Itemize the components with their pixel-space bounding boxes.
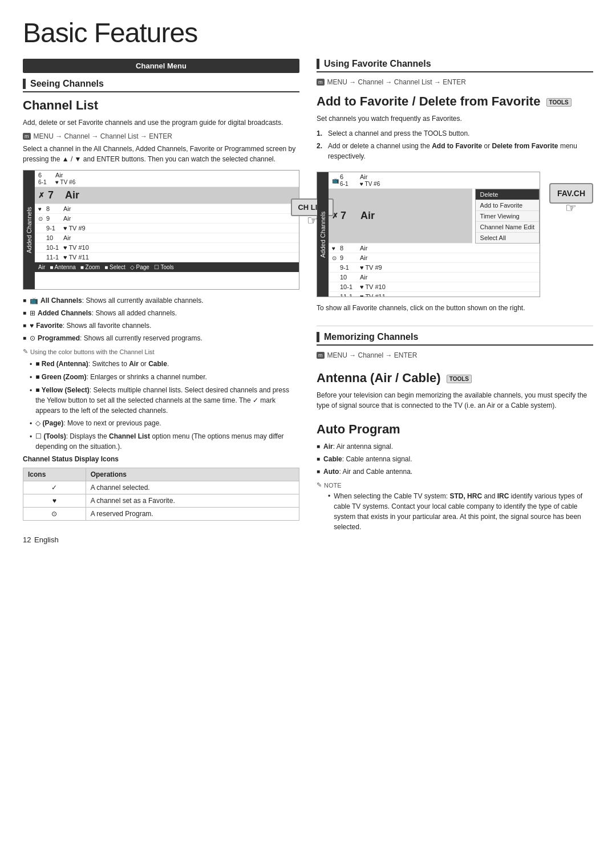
antenna-desc: Before your television can begin memoriz… [317,390,593,411]
context-menu-item-name-edit[interactable]: Channel Name Edit [476,222,539,233]
seeing-channels-heading: Seeing Channels [30,79,104,89]
favorite-icon: ♥ [30,320,34,331]
status-icon-reserved: ⊙ [23,508,86,521]
tools-badge: TOOLS [546,98,572,107]
channel-menu-banner: Channel Menu [23,59,299,73]
fav-sidebar: Added Channels [317,172,329,297]
fav-button-wrap: FAV.CH ☞ [549,166,593,216]
page-title: Basic Features [23,17,593,48]
status-operation-heart: A channel set as a Favorite. [86,494,299,508]
table-row: ♥ A channel set as a Favorite. [23,494,299,508]
left-column: Channel Menu Seeing Channels Channel Lis… [23,59,299,545]
menu-icon: m [317,79,325,86]
table-row: 10 Air [35,233,299,243]
color-note-label: Using the color buttons with the Channel… [23,348,299,355]
table-row: ♥ 8 Air [35,204,299,214]
list-item: ■ Red (Antenna): Switches to Air or Cabl… [30,359,299,370]
add-favorite-title: Add to Favorite / Delete from Favorite T… [317,94,593,109]
fav-screen-wrap: Added Channels 📺 66-1 Air♥ TV #6 ✗ [317,166,540,318]
list-item: ◇ (Page): Move to next or previous page. [30,418,299,429]
list-item: 1. Select a channel and press the TOOLS … [317,128,593,139]
table-row: 10-1 ♥ TV #10 [329,282,540,292]
list-item: Air: Air antenna signal. [317,441,593,452]
channel-list-menu-path: m MENU → Channel → Channel List → ENTER [23,132,299,140]
auto-program-bullets: Air: Air antenna signal. Cable: Cable an… [317,441,593,477]
screen-bottom-bar: Air ■ Antenna ■ Zoom ■ Select ◇ Page ☐ T… [35,262,299,272]
table-row: 9-1 ♥ TV #9 [329,263,540,273]
channel-list-title: Channel List [23,98,299,113]
auto-program-section: Auto Program Air: Air antenna signal. Ca… [317,422,593,532]
added-channels-icon: ⊞ [30,308,35,318]
divider [317,326,593,326]
using-fav-menu-path: m MENU → Channel → Channel List → ENTER [317,78,593,86]
status-icon-check: ✓ [23,481,86,494]
programmed-icon: ⊙ [30,333,35,343]
table-row: ⊙ 9 Air [35,214,299,224]
memorizing-header: Memorizing Channels [317,332,593,346]
channel-list-screen: Added Channels 66-1 Air♥ TV #6 ✗ 7 Air [23,170,299,290]
table-row: 66-1 Air♥ TV #6 [35,171,299,187]
fav-screen-area: Added Channels 📺 66-1 Air♥ TV #6 ✗ [317,166,593,318]
page-number: 12 English [23,532,299,545]
context-menu-item-add-favorite[interactable]: Add to Favorite [476,200,539,211]
favorite-screen: Added Channels 📺 66-1 Air♥ TV #6 ✗ [317,172,540,297]
table-row: ✗ 7 Air [329,189,472,244]
table-row: ⊙ A reserved Program. [23,508,299,521]
fav-row-7-with-menu: ✗ 7 Air Delete Add to Favorite Timer Vie… [329,189,540,244]
status-table: Icons Operations ✓ A channel selected. ♥… [23,468,299,521]
channel-list-desc: Add, delete or set Favorite channels and… [23,117,299,128]
antenna-title: Antenna (Air / Cable) TOOLS [317,371,593,386]
fav-content: 📺 66-1 Air♥ TV #6 ✗ 7 Air [329,172,540,297]
fav-show-note: To show all Favorite channels, click on … [317,303,540,313]
antenna-tools-badge: TOOLS [447,375,472,383]
menu-icon: m [23,133,31,140]
table-row: 10 Air [329,273,540,282]
context-menu: Delete Add to Favorite Timer Viewing Cha… [475,189,540,244]
table-row: ✓ A channel selected. [23,481,299,494]
add-fav-desc: Set channels you watch frequently as Fav… [317,113,593,124]
table-row: ✗ 7 Air [35,187,299,204]
list-item: Cable: Cable antenna signal. [317,454,593,464]
memorizing-heading: Memorizing Channels [324,332,418,342]
using-favorite-heading: Using Favorite Channels [324,59,431,69]
memorizing-section: Memorizing Channels m MENU → Channel → E… [317,332,593,359]
table-header-icons: Icons [23,468,86,481]
table-header-operations: Operations [86,468,299,481]
steps-list: 1. Select a channel and press the TOOLS … [317,128,593,161]
list-item: Auto: Air and Cable antenna. [317,466,593,477]
all-channels-icon: 📺 [30,295,38,306]
status-icon-heart: ♥ [23,494,86,508]
section-bar [23,79,26,89]
list-item: ■ Green (Zoom): Enlarges or shrinks a ch… [30,372,299,383]
list-item: 📺 All Channels: Shows all currently avai… [23,295,299,306]
table-row: ⊙ 9 Air [329,253,540,263]
using-favorite-header: Using Favorite Channels [317,59,593,72]
color-notes: ■ Red (Antenna): Switches to Air or Cabl… [30,359,299,452]
screen-content: 66-1 Air♥ TV #6 ✗ 7 Air ♥ 8 Air [35,171,299,289]
hand-icon: ☞ [565,201,577,216]
context-menu-item-delete[interactable]: Delete [476,189,539,200]
list-item: ☐ (Tools): Displays the Channel List opt… [30,431,299,452]
table-row: 11-1 ♥ TV #11 [329,292,540,297]
channel-screen-select-text: Select a channel in the All Channels, Ad… [23,144,299,164]
list-item: ■ Yellow (Select): Selects multiple chan… [30,385,299,416]
memorizing-menu-path: m MENU → Channel → ENTER [317,351,593,359]
table-row: 9-1 ♥ TV #9 [35,224,299,233]
menu-icon: m [317,352,325,359]
context-menu-item-select-all[interactable]: Select All [476,233,539,243]
list-item: ♥ Favorite: Shows all favorite channels. [23,320,299,331]
list-item: ⊞ Added Channels: Shows all added channe… [23,308,299,318]
channel-bullets: 📺 All Channels: Shows all currently avai… [23,295,299,343]
screen-sidebar: Added Channels [23,171,35,289]
table-row: 11-1 ♥ TV #11 [35,253,299,262]
status-operation-check: A channel selected. [86,481,299,494]
section-bar [317,332,319,342]
table-row: 10-1 ♥ TV #10 [35,243,299,253]
table-row: ♥ 8 Air [329,244,540,253]
list-item: ⊙ Programmed: Shows all currently reserv… [23,333,299,343]
status-table-title: Channel Status Display Icons [23,455,299,463]
status-operation-reserved: A reserved Program. [86,508,299,521]
context-menu-item-timer[interactable]: Timer Viewing [476,211,539,222]
list-item: When selecting the Cable TV system: STD,… [328,491,593,532]
right-column: Using Favorite Channels m MENU → Channel… [317,59,593,545]
